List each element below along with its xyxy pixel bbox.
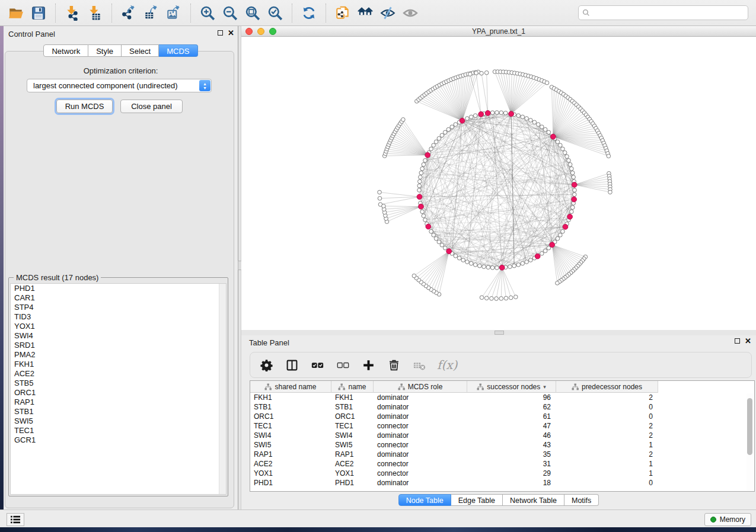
table-cell[interactable]: SWI4 <box>250 431 331 440</box>
column-header[interactable]: predecessor nodes <box>556 381 658 393</box>
network-node[interactable] <box>499 111 503 115</box>
mcds-hub-node[interactable] <box>550 134 556 139</box>
table-cell[interactable]: YOX1 <box>331 469 374 477</box>
table-cell[interactable]: dominator <box>374 403 467 411</box>
network-node[interactable] <box>465 117 470 121</box>
network-node[interactable] <box>490 111 495 115</box>
network-node[interactable] <box>474 71 479 75</box>
table-cell[interactable]: RAP1 <box>250 450 331 459</box>
table-cell[interactable]: 2 <box>556 431 658 440</box>
network-node[interactable] <box>556 140 560 144</box>
network-node[interactable] <box>490 296 494 300</box>
tab-mcds[interactable]: MCDS <box>159 44 197 57</box>
mcds-result-node[interactable]: STP4 <box>11 303 226 312</box>
network-canvas[interactable] <box>241 37 756 330</box>
network-node[interactable] <box>556 281 560 286</box>
network-node[interactable] <box>450 125 454 129</box>
run-mcds-button[interactable]: Run MCDS <box>56 100 113 113</box>
network-node[interactable] <box>561 229 565 233</box>
network-node[interactable] <box>432 143 436 148</box>
network-node[interactable] <box>469 115 473 119</box>
close-panel-icon[interactable]: ✕ <box>228 30 234 36</box>
network-node[interactable] <box>437 136 441 140</box>
network-node[interactable] <box>509 296 513 300</box>
network-node[interactable] <box>608 190 613 194</box>
network-node[interactable] <box>446 127 451 132</box>
table-cell[interactable]: SWI4 <box>331 431 374 440</box>
network-node[interactable] <box>432 233 436 238</box>
network-node[interactable] <box>429 229 433 233</box>
network-node[interactable] <box>499 297 503 301</box>
network-node[interactable] <box>540 252 544 256</box>
network-node[interactable] <box>512 264 516 268</box>
network-node[interactable] <box>495 297 499 301</box>
network-node[interactable] <box>440 243 444 247</box>
select-all-button[interactable] <box>310 357 325 373</box>
network-node[interactable] <box>480 296 484 300</box>
table-row[interactable]: RAP1RAP1dominator352 <box>250 450 754 459</box>
table-cell[interactable]: 1 <box>556 469 658 477</box>
export-image-button[interactable] <box>164 3 184 23</box>
table-cell[interactable]: ORC1 <box>331 412 374 421</box>
table-cell[interactable]: ACE2 <box>331 460 374 468</box>
network-node[interactable] <box>495 111 499 115</box>
network-node[interactable] <box>521 115 525 119</box>
table-cell[interactable]: 47 <box>467 422 556 430</box>
mcds-result-node[interactable]: GCR1 <box>11 435 226 445</box>
network-node[interactable] <box>536 123 540 127</box>
table-row[interactable]: FKH1FKH1dominator962 <box>250 393 754 402</box>
network-node[interactable] <box>454 254 458 258</box>
mcds-result-node[interactable]: FKH1 <box>11 360 226 369</box>
table-scrollbar-thumb[interactable] <box>747 398 752 455</box>
table-cell[interactable]: dominator <box>374 450 467 459</box>
network-node[interactable] <box>572 193 576 197</box>
network-node[interactable] <box>401 118 406 122</box>
mcds-result-node[interactable]: STB5 <box>11 379 226 388</box>
float-table-panel-icon[interactable] <box>735 338 740 344</box>
table-cell[interactable]: connector <box>374 422 467 430</box>
mcds-result-node[interactable]: SWI5 <box>11 416 226 426</box>
network-node[interactable] <box>422 162 426 166</box>
network-graph[interactable] <box>241 37 756 330</box>
network-node[interactable] <box>572 175 576 180</box>
deselect-all-button[interactable] <box>335 357 350 373</box>
table-cell[interactable]: FKH1 <box>250 393 331 402</box>
network-node[interactable] <box>429 147 433 151</box>
save-session-button[interactable] <box>28 3 49 23</box>
import-network-button[interactable] <box>62 3 82 23</box>
mcds-hub-node[interactable] <box>425 152 430 158</box>
table-cell[interactable]: ORC1 <box>250 412 331 421</box>
network-node[interactable] <box>547 130 551 134</box>
network-node[interactable] <box>563 150 567 155</box>
network-node[interactable] <box>529 118 533 123</box>
network-node[interactable] <box>570 171 575 175</box>
network-node[interactable] <box>434 236 438 241</box>
table-cell[interactable]: YOX1 <box>250 469 331 477</box>
float-panel-icon[interactable] <box>218 30 223 36</box>
table-row[interactable]: YOX1YOX1connector291 <box>250 469 754 478</box>
network-node[interactable] <box>437 240 441 244</box>
network-node[interactable] <box>378 190 382 194</box>
table-cell[interactable]: PHD1 <box>250 479 331 487</box>
mcds-result-node[interactable]: SWI4 <box>11 331 226 341</box>
network-node[interactable] <box>473 114 477 118</box>
mcds-hub-node[interactable] <box>479 111 484 117</box>
tab-style[interactable]: Style <box>88 44 122 57</box>
table-cell[interactable]: TEC1 <box>331 422 374 430</box>
network-node[interactable] <box>570 206 575 210</box>
network-node[interactable] <box>457 256 461 260</box>
table-cell[interactable]: STB1 <box>331 403 374 411</box>
tab-motifs[interactable]: Motifs <box>564 494 599 506</box>
column-header[interactable]: MCDS role <box>374 381 467 393</box>
tab-network-table[interactable]: Network Table <box>503 494 564 506</box>
refresh-layout-button[interactable] <box>299 3 319 23</box>
table-cell[interactable]: SWI5 <box>250 441 331 449</box>
table-cell[interactable]: 2 <box>556 422 658 430</box>
network-node[interactable] <box>480 71 484 75</box>
network-node[interactable] <box>516 114 521 118</box>
close-panel-button[interactable]: Close panel <box>120 100 183 113</box>
network-node[interactable] <box>434 140 438 144</box>
table-cell[interactable]: 0 <box>556 403 658 411</box>
network-node[interactable] <box>461 258 465 262</box>
network-node[interactable] <box>378 197 382 201</box>
